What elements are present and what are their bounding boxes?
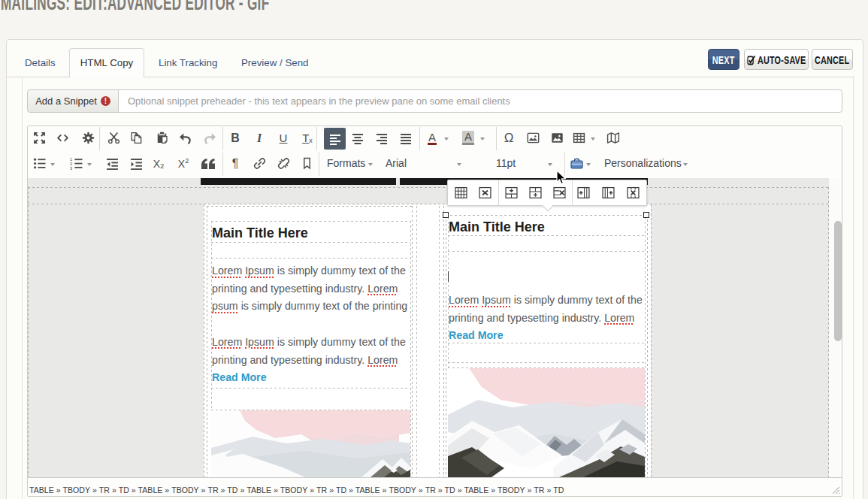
svg-text:3: 3 (70, 166, 72, 170)
